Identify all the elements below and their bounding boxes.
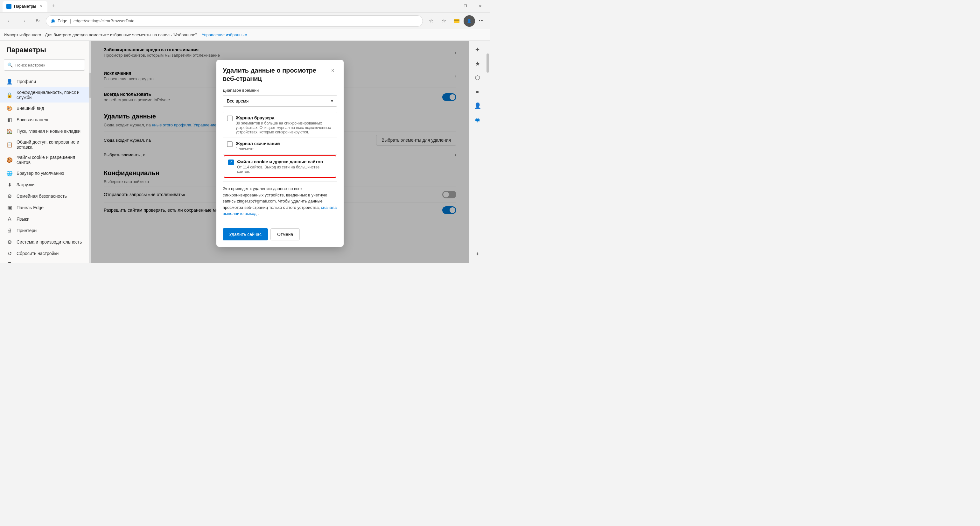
cookies-checkbox[interactable]: ✓ <box>228 159 234 165</box>
sidebar-item-label: Система и производительность <box>16 239 82 244</box>
sidebar-item-privacy[interactable]: 🔒 Конфиденциальность, поиск и службы <box>0 87 89 102</box>
downloads-label-title: Журнал скачиваний <box>236 141 333 146</box>
browser-tab[interactable]: Параметры × <box>3 1 48 12</box>
delete-now-button[interactable]: Удалить сейчас <box>223 228 268 241</box>
sidebar-item-cookies[interactable]: 🍪 Файлы cookie и разрешения сайтов <box>0 152 89 167</box>
sidebar-item-label: Пуск, главная и новые вкладки <box>16 129 81 134</box>
sidebar-item-label: Браузер по умолчанию <box>16 171 64 176</box>
sync-notice-text: Это приведет к удалению данных со всех с… <box>223 186 327 210</box>
new-tab-button[interactable]: + <box>49 2 57 11</box>
cancel-button[interactable]: Отмена <box>270 228 300 241</box>
modal-overlay: Удалить данные о просмотре веб-страниц ×… <box>91 41 469 263</box>
sidebar-item-default[interactable]: 🌐 Браузер по умолчанию <box>0 167 89 179</box>
sidebar-item-reset[interactable]: ↺ Сбросить настройки <box>0 248 89 259</box>
edgebar-icon: ▣ <box>6 204 13 211</box>
edge-sidebar-profile[interactable]: 👤 <box>471 99 484 112</box>
search-box[interactable]: 🔍 <box>4 59 85 71</box>
downloads-label-desc: 1 элемент <box>236 147 333 151</box>
modal-footer: Удалить сейчас Отмена <box>216 225 344 247</box>
downloads-icon: ⬇ <box>6 182 13 188</box>
time-range-value: Все время <box>227 98 248 104</box>
search-input[interactable] <box>15 63 81 67</box>
cookies-label-desc: От 114 сайтов. Выход из сети на большинс… <box>237 165 332 174</box>
maximize-button[interactable]: ❐ <box>458 0 473 13</box>
sidebar-item-phone[interactable]: 📱 Телефон и другие устройства <box>0 259 89 263</box>
fav-import: Импорт избранного <box>4 32 41 37</box>
edge-sidebar-add[interactable]: + <box>471 248 484 260</box>
sidebar-item-profiles[interactable]: 👤 Профили <box>0 76 89 87</box>
history-label-title: Журнал браузера <box>236 115 333 120</box>
cache-checkbox-item: Кэшированные изображения и файлы <box>223 178 337 182</box>
edge-sidebar-discover[interactable]: ✦ <box>471 43 484 56</box>
sidebar-icon: ◧ <box>6 116 13 123</box>
collections-button[interactable]: ☆ <box>438 15 450 27</box>
sidebar-item-label: Телефон и другие устройства <box>16 262 78 263</box>
address-bar[interactable]: ◉ Edge | edge://settings/clearBrowserDat… <box>46 15 423 27</box>
cache-label: Кэшированные изображения и файлы <box>236 182 333 182</box>
modal-close-button[interactable]: × <box>328 66 337 75</box>
sidebar-item-label: Сбросить настройки <box>16 251 59 256</box>
cache-label-title: Кэшированные изображения и файлы <box>236 182 333 182</box>
browser-window: Параметры × + — ❐ ✕ ← → ↻ ◉ Edge | edge:… <box>0 0 490 263</box>
clear-data-modal: Удалить данные о просмотре веб-страниц ×… <box>216 60 344 247</box>
time-range-dropdown[interactable]: Все время ▾ <box>223 95 337 107</box>
sidebar-item-downloads[interactable]: ⬇ Загрузки <box>0 179 89 190</box>
refresh-button[interactable]: ↻ <box>32 15 43 27</box>
sidebar-item-newtab[interactable]: 🏠 Пуск, главная и новые вкладки <box>0 126 89 137</box>
fav-manage-link[interactable]: Управление избранным <box>202 32 248 37</box>
sidebar-item-languages[interactable]: A Языки <box>0 213 89 225</box>
time-range-label: Диапазон времени <box>223 88 337 92</box>
favorites-button[interactable]: ☆ <box>425 15 437 27</box>
printers-icon: 🖨 <box>6 227 13 234</box>
main-content: Параметры 🔍 👤 Профили 🔒 Конфиденциальнос… <box>0 41 490 263</box>
sidebar-item-label: Загрузки <box>16 182 34 187</box>
sidebar-item-system[interactable]: ⚙ Система и производительность <box>0 236 89 248</box>
sidebar-item-label: Файлы cookie и разрешения сайтов <box>16 155 83 165</box>
history-checkbox-item: Журнал браузера 39 элементов и больше на… <box>223 112 337 138</box>
scrollbar-thumb <box>487 54 489 73</box>
favorites-bar: Импорт избранного Для быстрого доступа п… <box>0 29 490 41</box>
cookies-label: Файлы cookie и другие данные сайтов От 1… <box>237 159 332 174</box>
sidebar-item-label: Профили <box>16 79 36 84</box>
sidebar-item-label: Семейная безопасность <box>16 194 67 199</box>
system-icon: ⚙ <box>6 239 13 245</box>
minimize-button[interactable]: — <box>444 0 458 13</box>
edge-sidebar-favorites[interactable]: ★ <box>471 57 484 70</box>
back-button[interactable]: ← <box>4 15 15 27</box>
modal-title: Удалить данные о просмотре веб-страниц <box>223 66 325 83</box>
phone-icon: 📱 <box>6 262 13 263</box>
edge-sidebar: ✦ ★ ⬡ ● 👤 ◉ + <box>469 41 485 263</box>
menu-button[interactable]: ··· <box>476 16 486 26</box>
sidebar-item-appearance[interactable]: 🎨 Внешний вид <box>0 102 89 114</box>
sync-notice: Это приведет к удалению данных со всех с… <box>223 186 337 217</box>
sidebar-item-sharing[interactable]: 📋 Общий доступ, копирование и вставка <box>0 137 89 152</box>
sidebar-item-label: Боковая панель <box>16 117 49 122</box>
history-label: Журнал браузера 39 элементов и больше на… <box>236 115 333 134</box>
sidebar-item-edgebar[interactable]: ▣ Панель Edge <box>0 202 89 213</box>
wallet-button[interactable]: 💳 <box>451 15 462 27</box>
history-checkbox[interactable] <box>227 116 232 121</box>
title-bar: Параметры × + — ❐ ✕ <box>0 0 490 13</box>
close-button[interactable]: ✕ <box>473 0 487 13</box>
sidebar-item-printers[interactable]: 🖨 Принтеры <box>0 225 89 236</box>
dropdown-arrow-icon: ▾ <box>331 98 333 104</box>
forward-button[interactable]: → <box>18 15 29 27</box>
fav-notice: Для быстрого доступа поместите избранные… <box>45 32 198 37</box>
edge-sidebar-office[interactable]: ◉ <box>471 113 484 126</box>
sidebar-item-family[interactable]: ⚙ Семейная безопасность <box>0 190 89 202</box>
edge-sidebar-collections[interactable]: ⬡ <box>471 71 484 84</box>
tab-close-btn[interactable]: × <box>38 4 44 9</box>
appearance-icon: 🎨 <box>6 105 13 112</box>
downloads-checkbox[interactable] <box>227 141 232 147</box>
sidebar-item-label: Общий доступ, копирование и вставка <box>16 139 83 150</box>
sidebar-scrollbar-thumb <box>89 73 91 98</box>
sync-end: . <box>258 211 259 216</box>
edge-sidebar-history[interactable]: ● <box>471 85 484 98</box>
languages-icon: A <box>6 216 13 222</box>
profile-button[interactable]: 👤 <box>464 15 475 27</box>
address-url: edge://settings/clearBrowserData <box>73 19 134 23</box>
main-scrollbar[interactable] <box>485 41 490 263</box>
search-icon: 🔍 <box>7 62 13 67</box>
sidebar-item-sidebar[interactable]: ◧ Боковая панель <box>0 114 89 126</box>
address-edge-icon: ◉ <box>51 18 55 24</box>
